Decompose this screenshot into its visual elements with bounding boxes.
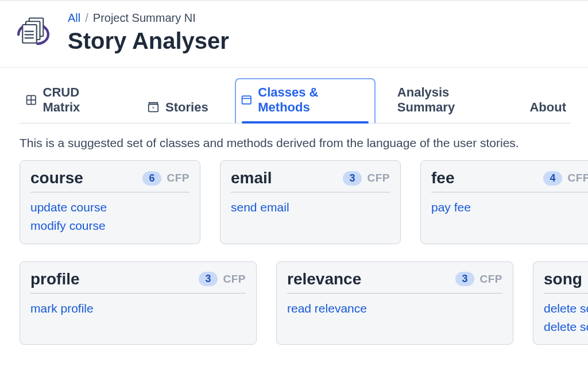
- document-stack-icon: [13, 11, 54, 53]
- class-card-profile: profile 3 CFP mark profile: [20, 261, 257, 345]
- header-divider: [0, 67, 588, 68]
- tab-classes-methods[interactable]: Classes & Methods: [235, 78, 376, 123]
- card-divider: [544, 293, 588, 294]
- breadcrumb: All / Project Summary NI: [68, 11, 229, 25]
- breadcrumb-current: Project Summary NI: [93, 11, 196, 25]
- method-link[interactable]: send email: [231, 199, 390, 215]
- card-divider: [30, 192, 189, 192]
- cfp-badge: 3: [199, 272, 217, 286]
- card-divider: [431, 192, 588, 192]
- card-row: course 6 CFP update course modify course…: [20, 160, 588, 244]
- cfp-badge: 6: [142, 171, 161, 186]
- class-card-relevance: relevance 3 CFP read relevance: [276, 261, 513, 345]
- tab-about[interactable]: About: [525, 93, 571, 123]
- cfp-badge: 3: [343, 171, 361, 186]
- class-card-song: song delete so delete so: [533, 261, 588, 345]
- class-card-fee: fee 4 CFP pay fee: [420, 160, 588, 244]
- tab-analysis-summary[interactable]: Analysis Summary: [393, 78, 508, 123]
- cfp-label: CFP: [568, 172, 589, 184]
- method-link[interactable]: pay fee: [431, 199, 588, 215]
- card-divider: [287, 293, 502, 294]
- method-link[interactable]: mark profile: [30, 300, 246, 317]
- cfp-label: CFP: [223, 273, 246, 286]
- method-link[interactable]: modify course: [30, 218, 189, 234]
- cfp-label: CFP: [167, 172, 190, 184]
- window-icon: [241, 94, 253, 106]
- class-name: course: [30, 169, 142, 187]
- method-link[interactable]: delete so: [544, 319, 588, 335]
- class-name: relevance: [287, 270, 455, 288]
- cfp-badge: 3: [455, 272, 474, 286]
- stories-icon: [147, 101, 160, 114]
- card-divider: [231, 192, 390, 192]
- method-link[interactable]: delete so: [544, 300, 588, 317]
- tab-label: Stories: [165, 100, 208, 115]
- class-name: fee: [431, 169, 543, 187]
- breadcrumb-separator: /: [85, 11, 88, 25]
- method-link[interactable]: update course: [30, 199, 189, 215]
- breadcrumb-root-link[interactable]: All: [68, 11, 80, 25]
- cfp-badge: 4: [543, 171, 562, 186]
- cfp-label: CFP: [368, 172, 390, 184]
- card-row: profile 3 CFP mark profile relevance 3 C…: [20, 261, 588, 345]
- class-card-course: course 6 CFP update course modify course: [20, 160, 200, 244]
- class-cards: course 6 CFP update course modify course…: [20, 160, 588, 345]
- svg-rect-11: [242, 96, 250, 104]
- tab-description: This is a suggested set of classes and m…: [20, 136, 571, 150]
- tab-stories[interactable]: Stories: [141, 93, 218, 123]
- class-name: email: [231, 169, 343, 187]
- card-divider: [30, 293, 246, 294]
- page-title: Story Analyser: [68, 28, 229, 53]
- app-logo: [13, 11, 54, 53]
- tab-label: Classes & Methods: [258, 85, 366, 115]
- tab-label: CRUD Matrix: [43, 85, 115, 115]
- cfp-label: CFP: [480, 273, 503, 286]
- tab-label: About: [529, 100, 566, 115]
- tab-crud-matrix[interactable]: CRUD Matrix: [20, 78, 124, 123]
- class-name: profile: [30, 270, 199, 288]
- header: All / Project Summary NI Story Analyser: [0, 1, 588, 67]
- svg-rect-2: [22, 25, 36, 43]
- method-link[interactable]: read relevance: [287, 300, 502, 317]
- grid-icon: [25, 94, 37, 106]
- class-name: song: [544, 270, 588, 288]
- tabs: CRUD Matrix Stories Classes & Methods An…: [20, 78, 571, 124]
- class-card-email: email 3 CFP send email: [220, 160, 401, 244]
- tab-label: Analysis Summary: [397, 85, 504, 115]
